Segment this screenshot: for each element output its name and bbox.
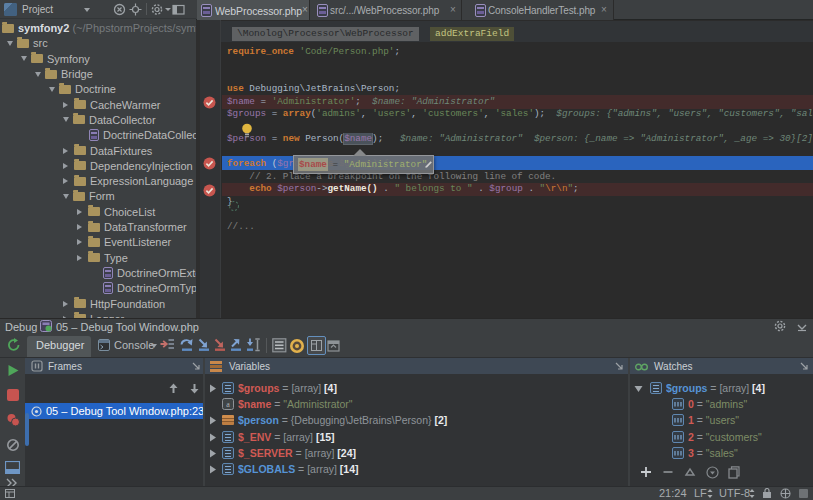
svg-text:a: a (226, 400, 230, 409)
